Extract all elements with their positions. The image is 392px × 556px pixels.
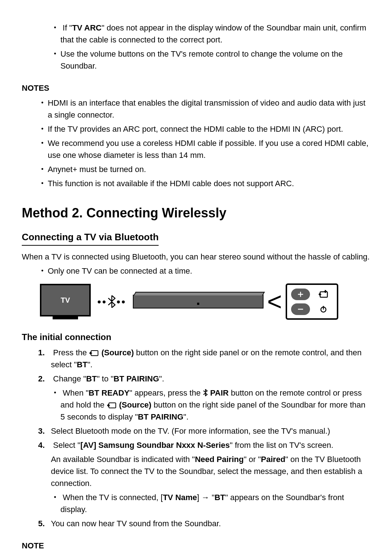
- step-5: You can now hear TV sound from the Sound…: [38, 518, 370, 530]
- soundbar-side-panel: [286, 283, 338, 320]
- step-4-sub-list: When the TV is connected, [TV Name] → "B…: [51, 491, 370, 515]
- bluetooth-pair-icon: [203, 389, 208, 396]
- step-1: Press the (Source) button on the right s…: [38, 347, 370, 371]
- bluetooth-icon: [107, 295, 117, 308]
- power-button: [314, 303, 333, 315]
- source-icon: [107, 402, 117, 409]
- notes-item: We recommend you use a coreless HDMI cab…: [38, 137, 370, 161]
- volume-down-button: [291, 303, 310, 315]
- volume-up-button: [291, 289, 310, 300]
- soundbar-body: [133, 295, 264, 308]
- notes-list: HDMI is an interface that enables the di…: [22, 97, 370, 189]
- step-4-line2: An available Soundbar is indicated with …: [51, 453, 370, 489]
- soundbar-indicator: [197, 303, 199, 305]
- step-4: Select "[AV] Samsung Soundbar Nxxx N-Ser…: [38, 439, 370, 515]
- source-icon: [89, 349, 99, 357]
- notes-item: This function is not available if the HD…: [38, 177, 370, 189]
- step-2: Change "BT" to "BT PAIRING". When "BT RE…: [38, 373, 370, 423]
- note-heading: NOTE: [22, 540, 370, 552]
- bluetooth-diagram: TV •• •• <: [40, 283, 370, 320]
- initial-connection-heading: The initial connection: [22, 331, 370, 344]
- step-2-sub: When "BT READY" appears, press the PAIR …: [51, 387, 370, 423]
- tv-screen: TV: [40, 284, 91, 316]
- bluetooth-signal-icon: •• ••: [97, 294, 126, 310]
- step-2-sub-list: When "BT READY" appears, press the PAIR …: [51, 387, 370, 423]
- notes-item: If the TV provides an ARC port, connect …: [38, 123, 370, 135]
- soundbar-illustration: [133, 295, 264, 308]
- note-list: After you have connected the Soundbar to…: [22, 555, 370, 556]
- notes-heading: NOTES: [22, 82, 370, 94]
- subsection-bullet: Only one TV can be connected at a time.: [38, 265, 370, 277]
- note-item: After you have connected the Soundbar to…: [38, 555, 370, 556]
- subsection-heading: Connecting a TV via Bluetooth: [22, 230, 159, 246]
- notes-item: HDMI is an interface that enables the di…: [38, 97, 370, 121]
- notes-item: Anynet+ must be turned on.: [38, 163, 370, 175]
- step-3: Select Bluetooth mode on the TV. (For mo…: [38, 425, 370, 437]
- subsection-intro: When a TV is connected using Bluetooth, …: [22, 251, 370, 263]
- intro-bullet-tvarc: If "TV ARC" does not appear in the displ…: [51, 22, 370, 46]
- step-4-sub: When the TV is connected, [TV Name] → "B…: [51, 491, 370, 515]
- source-button: [314, 289, 333, 300]
- steps-list: Press the (Source) button on the right s…: [22, 347, 370, 530]
- intro-bullet-list: If "TV ARC" does not appear in the displ…: [22, 22, 370, 72]
- tv-stand: [53, 316, 78, 319]
- section-heading: Method 2. Connecting Wirelessly: [22, 203, 370, 223]
- zoom-connector-icon: <: [267, 289, 282, 314]
- subsection-bullet-list: Only one TV can be connected at a time.: [22, 265, 370, 277]
- tv-illustration: TV: [40, 284, 91, 319]
- intro-bullet-volume: Use the volume buttons on the TV's remot…: [51, 48, 370, 72]
